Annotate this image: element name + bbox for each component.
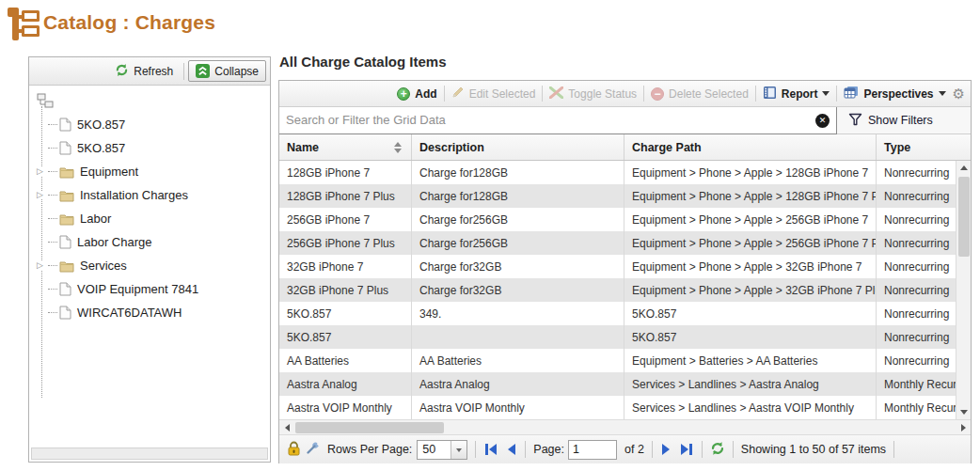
pager-separator [525, 441, 526, 458]
grid-cell: Equipment > Batteries > AA Batteries [624, 349, 877, 372]
toolbar-separator [755, 86, 756, 102]
vertical-scrollbar[interactable] [956, 161, 971, 419]
table-row[interactable]: 128GB iPhone 7 Charge for128GB Equipment… [279, 161, 971, 184]
grid-cell: 128GB iPhone 7 [279, 161, 412, 184]
vertical-scroll-thumb[interactable] [958, 177, 970, 257]
search-wrap: ✕ [279, 107, 837, 134]
rows-per-page-select[interactable]: 50 [417, 440, 467, 460]
last-page-button[interactable] [679, 442, 694, 457]
tree-root-icon[interactable] [37, 96, 55, 112]
pager-separator [475, 441, 476, 458]
previous-page-button[interactable] [506, 442, 517, 457]
tree-item[interactable]: ▷ 5KO.857 [37, 136, 270, 160]
column-header-charge-path[interactable]: Charge Path [624, 134, 877, 160]
table-row[interactable]: 32GB iPhone 7 Charge for32GB Equipment >… [279, 255, 971, 278]
grid-cell: Monthly Recurring [877, 372, 957, 396]
table-row[interactable]: 5KO.857 349. 5KO.857 Nonrecurring [279, 302, 971, 325]
file-icon [59, 141, 71, 155]
clear-search-icon[interactable]: ✕ [815, 114, 830, 128]
toolbar-separator [643, 86, 644, 102]
table-row[interactable]: Aastra VOIP Monthly Aastra VOIP Monthly … [279, 396, 971, 419]
wrench-icon[interactable] [306, 441, 320, 458]
lock-icon[interactable] [287, 441, 301, 459]
next-page-button[interactable] [660, 442, 672, 457]
table-row[interactable]: 128GB iPhone 7 Plus Charge for128GB Equi… [279, 184, 971, 208]
grid-cell: Equipment > Phone > Apple > 32GB iPhone … [624, 278, 877, 302]
gear-icon[interactable]: ⚙ [953, 86, 965, 101]
grid-cell: 32GB iPhone 7 Plus [279, 278, 412, 302]
toggle-status-icon [549, 86, 563, 102]
table-row[interactable]: 32GB iPhone 7 Plus Charge for32GB Equipm… [279, 278, 971, 302]
collapse-label: Collapse [214, 65, 259, 78]
table-row[interactable]: 256GB iPhone 7 Plus Charge for256GB Equi… [279, 231, 971, 255]
tree-item[interactable]: ▷ Labor [37, 207, 270, 230]
tree-connector [48, 265, 57, 266]
expand-arrow-icon[interactable]: ▷ [37, 167, 43, 176]
grid-cell: Nonrecurring [877, 208, 957, 231]
column-header-description[interactable]: Description [412, 134, 624, 160]
grid-cell: 5KO.857 [279, 302, 412, 325]
scroll-down-icon[interactable] [956, 405, 971, 419]
table-row[interactable]: Aastra Analog Aastra Analog Services > L… [279, 372, 971, 396]
expand-arrow-icon[interactable]: ▷ [37, 191, 43, 199]
file-icon [59, 282, 71, 296]
edit-selected-button[interactable]: Edit Selected [451, 86, 536, 102]
tree-item[interactable]: ▷ Equipment [37, 160, 270, 183]
perspectives-label: Perspectives [863, 87, 933, 101]
column-header-name[interactable]: Name [279, 134, 412, 160]
perspectives-dropdown-button[interactable]: Perspectives [844, 86, 945, 102]
folder-icon [59, 259, 74, 273]
report-dropdown-button[interactable]: Report [763, 86, 830, 102]
tree-item[interactable]: ▷ 5KO.857 [37, 113, 270, 136]
grid-cell [412, 325, 624, 349]
table-row[interactable]: 256GB iPhone 7 Charge for256GB Equipment… [279, 208, 971, 231]
tree-item[interactable]: ▷ Installation Charges [37, 183, 270, 207]
tree-item[interactable]: ▷ Labor Charge [37, 230, 270, 254]
table-row[interactable]: 5KO.857 5KO.857 Nonrecurring [279, 325, 971, 349]
toggle-status-label: Toggle Status [568, 87, 637, 101]
tree-item[interactable]: ▷ Services [37, 254, 270, 277]
edit-selected-label: Edit Selected [469, 87, 536, 101]
pager-refresh-icon[interactable] [710, 441, 725, 459]
tree-item[interactable]: ▷ VOIP Equipment 7841 [37, 277, 270, 301]
refresh-button[interactable]: Refresh [108, 60, 180, 83]
toolbar-separator [836, 86, 837, 102]
pager-separator [652, 441, 653, 458]
grid-cell: Nonrecurring [877, 255, 957, 278]
tree-item-label: Services [80, 259, 127, 273]
search-input[interactable] [279, 107, 837, 134]
table-row[interactable]: AA Batteries AA Batteries Equipment > Ba… [279, 349, 971, 372]
grid-cell: Charge for256GB [412, 208, 624, 231]
grid-cell: Aastra Analog [279, 372, 412, 396]
toggle-status-button[interactable]: Toggle Status [549, 86, 637, 102]
scroll-up-icon[interactable] [956, 161, 971, 175]
grid-cell: Charge for32GB [412, 278, 624, 302]
collapse-button[interactable]: Collapse [188, 60, 266, 82]
grid-cell: 32GB iPhone 7 [279, 255, 412, 278]
grid-cell: Aastra Analog [412, 372, 624, 396]
horizontal-scrollbar[interactable] [279, 419, 971, 435]
tree-item-label: 5KO.857 [77, 141, 125, 155]
tree-toolbar: Refresh Collapse [29, 57, 270, 86]
scroll-left-icon[interactable] [279, 420, 294, 435]
expand-arrow-icon[interactable]: ▷ [37, 261, 43, 270]
grid-title: All Charge Catalog Items [279, 54, 447, 70]
add-button[interactable]: + Add [397, 87, 436, 101]
horizontal-scroll-thumb[interactable] [295, 422, 444, 433]
tree-item-label: WIRCAT6DATAWH [77, 306, 182, 320]
perspectives-icon [844, 86, 859, 102]
tree-item[interactable]: ▷ WIRCAT6DATAWH [37, 301, 270, 324]
delete-selected-label: Delete Selected [669, 87, 749, 101]
refresh-label: Refresh [134, 65, 173, 78]
first-page-button[interactable] [483, 442, 498, 457]
toolbar-separator [444, 86, 445, 102]
delete-selected-button[interactable]: − Delete Selected [651, 87, 749, 101]
scroll-right-icon[interactable] [956, 420, 971, 435]
grid-cell: Nonrecurring [877, 161, 957, 184]
column-header-type[interactable]: Type [877, 134, 971, 160]
page-input[interactable] [568, 440, 617, 460]
show-filters-button[interactable]: Show Filters [848, 113, 933, 129]
tree-items: ▷ 5KO.857 ▷ [37, 113, 270, 324]
column-header-label: Charge Path [632, 141, 702, 154]
tree-connector [48, 148, 57, 149]
